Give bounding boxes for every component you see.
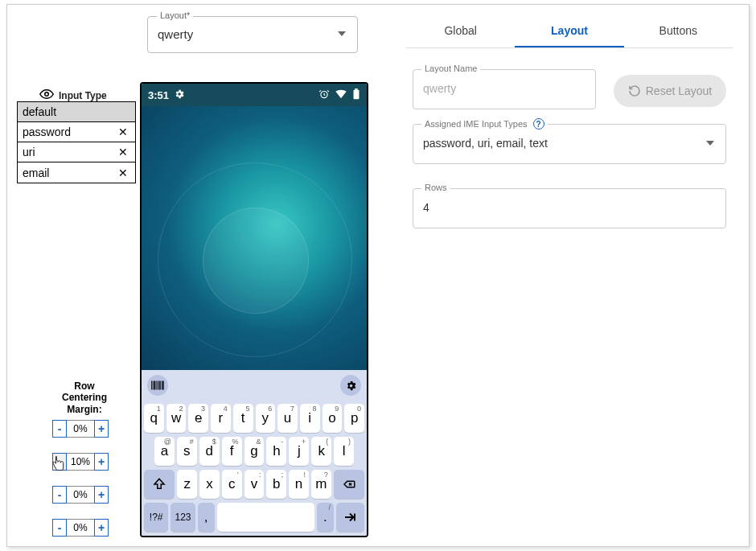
chevron-down-icon [338,31,346,36]
margin-plus-button[interactable]: + [94,486,109,504]
keyboard: 1q2w3e4r5t6y7u8i9o0p @a#s$d%f&g-h+j(k)l … [142,370,367,536]
margin-minus-button[interactable]: - [52,486,67,504]
key-b[interactable]: ;b [266,470,286,499]
shift-key[interactable] [144,470,175,499]
wifi-icon [335,88,347,102]
margin-row-2: - 10% + [52,453,109,471]
tab-buttons[interactable]: Buttons [624,16,733,47]
svg-rect-3 [355,88,358,90]
margin-value[interactable]: 0% [67,486,94,504]
key-e[interactable]: 3e [188,404,208,433]
key-w[interactable]: 2w [166,404,187,433]
input-type-list: default password ✕ uri ✕ email ✕ [17,101,136,183]
enter-key[interactable] [336,503,364,532]
ime-label: Assigned IME Input Types ? [421,118,548,130]
layout-select[interactable]: Layout* qwerty [147,16,358,53]
key-v[interactable]: :v [244,470,265,499]
alarm-icon [318,88,330,102]
input-type-item-email[interactable]: email ✕ [18,162,135,183]
key-x[interactable]: x [199,470,220,499]
layout-name-field[interactable]: Layout Name qwerty [413,69,596,109]
key-n[interactable]: !n [289,470,309,499]
backspace-key[interactable] [334,470,364,499]
margin-minus-button[interactable]: - [52,453,67,471]
phone-preview: 3:51 1q2w3e4r5t6y7u8i9o0p @a#s$d%f&g-h+j… [140,82,368,537]
svg-rect-2 [354,89,360,98]
key-l[interactable]: )l [334,437,354,466]
key-z[interactable]: z [177,470,197,499]
close-icon[interactable]: ✕ [116,125,130,138]
input-type-label: Input Type [59,90,107,101]
key-k[interactable]: (k [311,437,331,466]
input-type-item-password[interactable]: password ✕ [18,122,135,142]
key-r[interactable]: 4r [211,404,231,433]
margin-minus-button[interactable]: - [52,519,67,537]
key-j[interactable]: +j [289,437,309,466]
key-d[interactable]: $d [199,437,220,466]
key-s[interactable]: #s [177,437,197,466]
close-icon[interactable]: ✕ [116,146,130,158]
layout-name-value: qwerty [423,82,456,95]
layout-select-label: Layout* [157,10,193,20]
key-o[interactable]: 9o [323,404,343,433]
key-c[interactable]: 'c [222,470,242,499]
key-p[interactable]: 0p [344,404,364,433]
numbers-key[interactable]: 123 [171,503,195,532]
row-centering-margin-label: Row Centering Margin: [52,380,117,415]
margin-plus-button[interactable]: + [94,519,109,537]
key-u[interactable]: 7u [277,404,298,433]
rows-value: 4 [423,201,429,214]
margin-row-1: - 0% + [52,420,109,438]
chevron-down-icon [706,141,714,146]
status-time: 3:51 [148,89,169,101]
key-i[interactable]: 8i [300,404,320,433]
space-key[interactable] [217,503,314,532]
rows-field[interactable]: Rows 4 [413,188,726,228]
rows-label: Rows [421,183,450,192]
margin-row-4: - 0% + [52,519,109,537]
wallpaper [142,106,367,370]
help-icon[interactable]: ? [533,118,544,130]
tab-global[interactable]: Global [406,16,515,47]
comma-key[interactable]: , [198,503,215,532]
ime-input-types-field[interactable]: Assigned IME Input Types ? password, uri… [413,124,726,164]
input-type-item-uri[interactable]: uri ✕ [18,142,135,162]
barcode-icon[interactable] [147,375,168,396]
statusbar: 3:51 [142,84,367,106]
key-a[interactable]: @a [154,437,175,466]
margin-minus-button[interactable]: - [52,420,67,438]
key-y[interactable]: 6y [256,404,276,433]
margin-value[interactable]: 0% [67,420,94,438]
ime-value: password, uri, email, text [423,137,548,150]
layout-select-value: qwerty [158,27,193,41]
margin-value[interactable]: 0% [67,519,94,537]
svg-point-0 [45,93,49,97]
refresh-icon [628,84,641,97]
period-key[interactable]: /. [317,503,334,532]
gear-icon[interactable] [340,375,361,396]
key-m[interactable]: ?m [311,470,331,499]
input-type-item-default[interactable]: default [18,102,135,122]
key-h[interactable]: -h [266,437,286,466]
symbols-key[interactable]: !?# [144,503,168,532]
key-q[interactable]: 1q [144,404,164,433]
close-icon[interactable]: ✕ [116,167,130,179]
gear-icon [174,88,185,102]
margin-plus-button[interactable]: + [94,453,109,471]
key-t[interactable]: 5t [233,404,253,433]
key-f[interactable]: %f [222,437,242,466]
margin-plus-button[interactable]: + [94,420,109,438]
reset-layout-button[interactable]: Reset Layout [614,75,726,107]
tab-layout[interactable]: Layout [515,16,623,47]
margin-value[interactable]: 10% [67,453,94,471]
key-g[interactable]: &g [244,437,265,466]
battery-icon [352,88,360,102]
layout-name-label: Layout Name [421,64,480,73]
tabs: Global Layout Buttons [406,16,733,48]
margin-row-3: - 0% + [52,486,109,504]
